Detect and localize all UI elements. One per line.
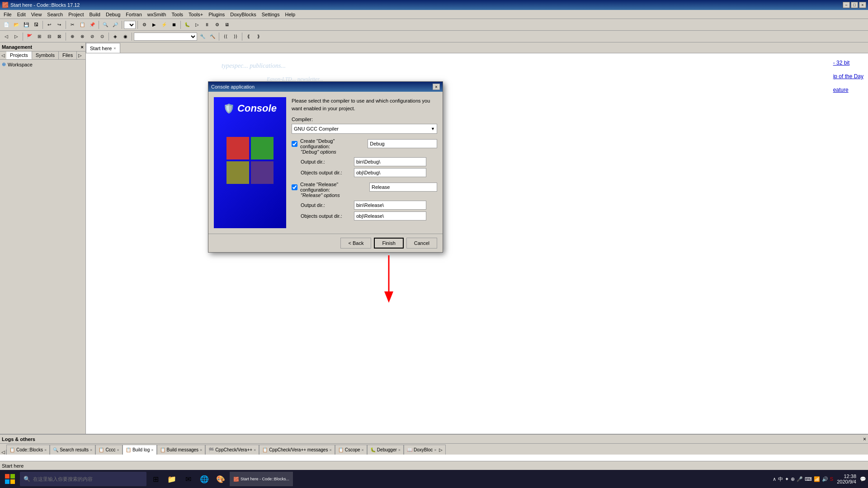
tb2-btn5[interactable]: ⊠ bbox=[55, 32, 64, 41]
tb2-cfg2-btn[interactable]: 🔨 bbox=[208, 32, 217, 41]
release-config-input[interactable]: Release bbox=[369, 183, 437, 192]
log-tab-codeblocks[interactable]: 📋 Code::Blocks × bbox=[6, 445, 50, 455]
log-tab-buildlog[interactable]: 📋 Build log × bbox=[123, 445, 157, 455]
tb2-btn8[interactable]: ⊘ bbox=[88, 32, 97, 41]
sidebar-next-arrow[interactable]: ▷ bbox=[77, 52, 83, 59]
debug-checkbox[interactable] bbox=[292, 141, 297, 147]
release-objects-input[interactable] bbox=[354, 211, 426, 221]
stop-btn[interactable]: ⏹ bbox=[170, 20, 179, 29]
menu-wxsmith[interactable]: wxSmith bbox=[145, 11, 169, 18]
tb2-btn10[interactable]: ◈ bbox=[111, 32, 120, 41]
taskbar-edge-icon[interactable]: 🌐 bbox=[197, 472, 212, 486]
tb2-btn1[interactable]: ◁ bbox=[2, 32, 11, 41]
release-checkbox[interactable] bbox=[292, 184, 297, 190]
tb2-nav2[interactable]: ⟩⟩ bbox=[231, 32, 240, 41]
log-tab-cppcheck-msg[interactable]: 📋 CppCheck/Vera++ messages × bbox=[259, 445, 335, 455]
menu-project[interactable]: Project bbox=[66, 11, 86, 18]
debug-output-input[interactable] bbox=[354, 157, 426, 166]
release-output-input[interactable] bbox=[354, 201, 426, 210]
maximize-button[interactable]: □ bbox=[851, 2, 858, 8]
save-btn[interactable]: 💾 bbox=[22, 20, 31, 29]
tb2-nav3[interactable]: ⟪ bbox=[244, 32, 253, 41]
link-tip[interactable]: ip of the Day bbox=[833, 73, 863, 80]
sidebar-tab-projects[interactable]: Projects bbox=[6, 52, 32, 59]
back-button[interactable]: < Back bbox=[340, 238, 371, 249]
menu-file[interactable]: File bbox=[1, 11, 14, 18]
log-close-cscope[interactable]: × bbox=[362, 448, 364, 452]
tb2-cfg-btn[interactable]: 🔧 bbox=[198, 32, 207, 41]
build-target-dropdown[interactable] bbox=[124, 21, 136, 29]
notification-icon[interactable]: 💬 bbox=[860, 476, 866, 482]
log-close-doxyblo[interactable]: × bbox=[434, 448, 436, 452]
close-button[interactable]: × bbox=[859, 2, 866, 8]
menu-edit[interactable]: Edit bbox=[14, 11, 28, 18]
taskbar-search-input[interactable] bbox=[33, 476, 132, 482]
editor-tab-start-here[interactable]: Start here × bbox=[86, 43, 120, 53]
undo-btn[interactable]: ↩ bbox=[45, 20, 54, 29]
cancel-button[interactable]: Cancel bbox=[406, 238, 437, 249]
taskbar-colorful-icon[interactable]: 🎨 bbox=[213, 472, 228, 486]
compiler-select[interactable]: GNU GCC Compiler ▼ bbox=[292, 124, 437, 134]
menu-settings[interactable]: Settings bbox=[259, 11, 283, 18]
log-close-buildmsg[interactable]: × bbox=[200, 448, 202, 452]
debug-objects-input[interactable] bbox=[354, 168, 426, 177]
tb2-btn7[interactable]: ⊗ bbox=[78, 32, 87, 41]
run-btn[interactable]: ▶ bbox=[150, 20, 159, 29]
log-tab-debugger[interactable]: 🐛 Debugger × bbox=[367, 445, 404, 455]
menu-doxyblocks[interactable]: DoxyBlocks bbox=[227, 11, 259, 18]
log-close-search[interactable]: × bbox=[90, 448, 92, 452]
workspace-item[interactable]: ⊕ Workspace bbox=[2, 61, 84, 67]
menu-build[interactable]: Build bbox=[86, 11, 103, 18]
log-close-codeblocks[interactable]: × bbox=[44, 448, 47, 452]
menu-tools[interactable]: Tools bbox=[169, 11, 186, 18]
copy-btn[interactable]: 📋 bbox=[78, 20, 87, 29]
tb2-btn11[interactable]: ◉ bbox=[121, 32, 130, 41]
logs-close-icon[interactable]: × bbox=[863, 436, 866, 442]
scope-dropdown[interactable] bbox=[134, 33, 197, 41]
log-tab-cscope[interactable]: 📋 Cscope × bbox=[335, 445, 367, 455]
debug-btn[interactable]: 🐛 bbox=[183, 20, 192, 29]
sidebar-close-icon[interactable]: × bbox=[81, 44, 84, 50]
dialog-close-button[interactable]: × bbox=[433, 84, 440, 90]
logs-next-arrow-end[interactable]: ▷ bbox=[439, 447, 443, 452]
build-run-btn[interactable]: ⚡ bbox=[160, 20, 169, 29]
screen-btn[interactable]: 🖥 bbox=[222, 20, 231, 29]
sidebar-tab-symbols[interactable]: Symbols bbox=[32, 52, 59, 59]
build-btn[interactable]: ⚙ bbox=[140, 20, 149, 29]
minimize-button[interactable]: − bbox=[843, 2, 850, 8]
tab-close-icon[interactable]: × bbox=[113, 46, 116, 51]
continue-btn[interactable]: ▷ bbox=[193, 20, 202, 29]
link-32bit[interactable]: - 32 bit bbox=[833, 60, 863, 66]
open-btn[interactable]: 📂 bbox=[12, 20, 21, 29]
cut-btn[interactable]: ✂ bbox=[68, 20, 77, 29]
menu-plugins[interactable]: Plugins bbox=[206, 11, 227, 18]
find-btn[interactable]: 🔍 bbox=[101, 20, 110, 29]
stop-debug-btn[interactable]: ⏸ bbox=[203, 20, 212, 29]
find-next-btn[interactable]: 🔎 bbox=[111, 20, 120, 29]
taskbar-explorer-icon[interactable]: 📁 bbox=[165, 472, 179, 486]
taskbar-codeblocks-app[interactable]: 🧱 Start here - Code::Blocks... bbox=[230, 472, 293, 486]
log-close-cppcheck-msg[interactable]: × bbox=[329, 448, 331, 452]
log-close-cccc[interactable]: × bbox=[117, 448, 119, 452]
debug-config-input[interactable]: Debug bbox=[368, 139, 437, 148]
log-close-buildlog[interactable]: × bbox=[151, 448, 153, 452]
log-tab-doxyblo[interactable]: 📖 DoxyBloc × ▷ bbox=[404, 445, 446, 455]
log-tab-cccc[interactable]: 📋 Cccc × bbox=[95, 445, 123, 455]
tray-up-arrow-icon[interactable]: ∧ bbox=[773, 476, 776, 482]
tb2-flag[interactable]: 🚩 bbox=[25, 32, 34, 41]
sidebar-tab-files[interactable]: Files bbox=[59, 52, 77, 59]
tb2-btn4[interactable]: ⊟ bbox=[45, 32, 54, 41]
taskbar-outlook-icon[interactable]: ✉ bbox=[181, 472, 195, 486]
link-feature[interactable]: eature bbox=[833, 87, 863, 93]
menu-view[interactable]: View bbox=[28, 11, 45, 18]
start-button[interactable] bbox=[2, 471, 18, 487]
settings-btn[interactable]: ⚙ bbox=[212, 20, 222, 29]
taskbar-task-view-icon[interactable]: ⊞ bbox=[148, 472, 163, 486]
redo-btn[interactable]: ↪ bbox=[55, 20, 64, 29]
menu-fortran[interactable]: Fortran bbox=[123, 11, 144, 18]
menu-help[interactable]: Help bbox=[282, 11, 298, 18]
log-tab-cppcheck[interactable]: 🏁 CppCheck/Vera++ × bbox=[205, 445, 259, 455]
tb2-nav4[interactable]: ⟫ bbox=[254, 32, 263, 41]
log-tab-search[interactable]: 🔍 Search results × bbox=[50, 445, 95, 455]
log-close-cppcheck[interactable]: × bbox=[254, 448, 256, 452]
